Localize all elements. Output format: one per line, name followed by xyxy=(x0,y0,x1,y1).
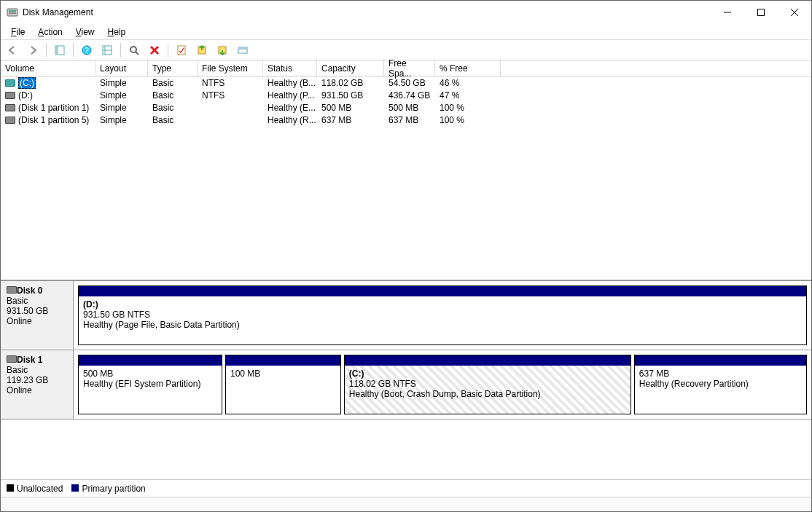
disk-row: Disk 0Basic931.50 GBOnline(D:)931.50 GB … xyxy=(1,281,811,350)
titlebar: Disk Management xyxy=(1,1,811,24)
volume-row[interactable]: (C:)SimpleBasicNTFSHealthy (B...118.02 G… xyxy=(1,76,811,89)
volume-capacity-cell: 118.02 GB xyxy=(317,78,384,88)
volume-name-cell: (C:) xyxy=(1,77,95,89)
partition[interactable]: 100 MB xyxy=(225,355,341,414)
minimize-button[interactable] xyxy=(711,1,744,24)
volume-free-cell: 436.74 GB xyxy=(384,90,435,101)
svg-line-15 xyxy=(136,52,138,55)
partition-status: Healthy (Page File, Basic Data Partition… xyxy=(83,320,240,330)
col-pctfree[interactable]: % Free xyxy=(435,60,501,76)
drive-icon xyxy=(5,79,15,87)
volume-status-cell: Healthy (R... xyxy=(263,115,317,125)
properties-button[interactable] xyxy=(173,42,190,59)
partition-size: 637 MB xyxy=(639,369,669,379)
toolbar-separator xyxy=(120,43,121,58)
disk-size: 931.50 GB xyxy=(7,306,48,316)
menu-file[interactable]: File xyxy=(5,25,31,39)
disk-name: Disk 1 xyxy=(17,355,42,365)
volume-name-cell: (D:) xyxy=(1,90,95,101)
maximize-button[interactable] xyxy=(744,1,778,24)
col-capacity[interactable]: Capacity xyxy=(317,60,384,76)
disk-name: Disk 0 xyxy=(17,285,42,296)
partition-bar xyxy=(226,355,340,366)
svg-rect-8 xyxy=(55,46,58,55)
help-button[interactable]: ? xyxy=(78,42,95,59)
menu-view[interactable]: View xyxy=(70,25,101,39)
volume-type-cell: Basic xyxy=(148,103,198,113)
partition-bar xyxy=(79,355,222,366)
partition[interactable]: 637 MBHealthy (Recovery Partition) xyxy=(634,355,807,414)
volume-list[interactable]: (C:)SimpleBasicNTFSHealthy (B...118.02 G… xyxy=(1,76,811,280)
volume-pct-cell: 100 % xyxy=(435,103,501,113)
volume-layout-cell: Simple xyxy=(95,103,148,113)
volume-pct-cell: 46 % xyxy=(435,78,501,88)
partition-size: 931.50 GB NTFS xyxy=(83,310,150,320)
menu-help[interactable]: Help xyxy=(102,25,132,39)
volume-free-cell: 500 MB xyxy=(384,103,435,113)
svg-rect-18 xyxy=(178,46,185,55)
partition[interactable]: (C:)118.02 GB NTFSHealthy (Boot, Crash D… xyxy=(344,355,631,414)
disk-label[interactable]: Disk 0Basic931.50 GBOnline xyxy=(1,281,74,350)
col-layout[interactable]: Layout xyxy=(95,60,148,76)
disk-icon xyxy=(7,286,17,294)
action3-button[interactable] xyxy=(234,42,251,59)
statusbar xyxy=(1,497,811,511)
svg-rect-22 xyxy=(238,47,247,50)
partition-status: Healthy (EFI System Partition) xyxy=(83,379,200,389)
col-type[interactable]: Type xyxy=(148,60,198,76)
volume-fs-cell: NTFS xyxy=(198,78,263,88)
partition[interactable]: (D:)931.50 GB NTFSHealthy (Page File, Ba… xyxy=(78,285,807,345)
partition-body: (C:)118.02 GB NTFSHealthy (Boot, Crash D… xyxy=(345,366,631,414)
disk-state: Online xyxy=(7,316,32,326)
toolbar-separator xyxy=(46,43,47,58)
volume-row[interactable]: (Disk 1 partition 5)SimpleBasicHealthy (… xyxy=(1,114,811,126)
partition-size: 500 MB xyxy=(83,369,113,379)
refresh-button[interactable] xyxy=(125,42,143,59)
drive-icon xyxy=(5,117,15,124)
disk-type: Basic xyxy=(7,296,28,306)
volume-type-cell: Basic xyxy=(148,78,198,88)
disk-partitions: 500 MBHealthy (EFI System Partition)100 … xyxy=(74,350,811,419)
delete-button[interactable] xyxy=(146,42,163,59)
volume-status-cell: Healthy (B... xyxy=(263,78,317,88)
show-hide-button[interactable] xyxy=(51,42,69,59)
action1-button[interactable] xyxy=(193,42,211,59)
col-freespace[interactable]: Free Spa... xyxy=(384,60,435,76)
disk-label[interactable]: Disk 1Basic119.23 GBOnline xyxy=(1,350,74,419)
partition-bar xyxy=(635,355,806,366)
back-button[interactable] xyxy=(4,42,21,59)
toolbar-separator xyxy=(73,43,74,58)
menubar: File Action View Help xyxy=(1,24,811,40)
window-controls xyxy=(711,1,811,24)
disk-state: Online xyxy=(7,385,32,395)
volume-capacity-cell: 931.50 GB xyxy=(317,90,384,101)
volume-name-cell: (Disk 1 partition 5) xyxy=(1,115,95,125)
partition-status: Healthy (Recovery Partition) xyxy=(639,379,749,389)
disk-type: Basic xyxy=(7,365,28,375)
col-status[interactable]: Status xyxy=(263,60,317,76)
settings-button[interactable] xyxy=(98,42,116,59)
partition-title: (D:) xyxy=(83,299,98,310)
action2-button[interactable] xyxy=(214,42,231,59)
volume-type-cell: Basic xyxy=(148,90,198,101)
volume-free-cell: 637 MB xyxy=(384,115,435,125)
disk-size: 119.23 GB xyxy=(7,375,48,385)
svg-point-14 xyxy=(130,47,136,52)
col-filesystem[interactable]: File System xyxy=(198,60,263,76)
disk-row: Disk 1Basic119.23 GBOnline500 MBHealthy … xyxy=(1,350,811,420)
menu-action[interactable]: Action xyxy=(32,25,68,39)
partition-size: 100 MB xyxy=(230,369,260,379)
partition[interactable]: 500 MBHealthy (EFI System Partition) xyxy=(78,355,222,414)
col-volume[interactable]: Volume xyxy=(1,60,95,76)
partition-body: 100 MB xyxy=(226,366,340,414)
volume-row[interactable]: (Disk 1 partition 1)SimpleBasicHealthy (… xyxy=(1,101,811,114)
app-icon xyxy=(7,7,18,18)
close-button[interactable] xyxy=(778,1,811,24)
partition-bar xyxy=(345,355,631,366)
toolbar-separator xyxy=(168,43,168,58)
partition-bar xyxy=(79,286,806,296)
svg-rect-4 xyxy=(758,9,765,16)
volume-list-header: Volume Layout Type File System Status Ca… xyxy=(1,60,811,76)
forward-button[interactable] xyxy=(24,42,42,59)
volume-row[interactable]: (D:)SimpleBasicNTFSHealthy (P...931.50 G… xyxy=(1,89,811,101)
